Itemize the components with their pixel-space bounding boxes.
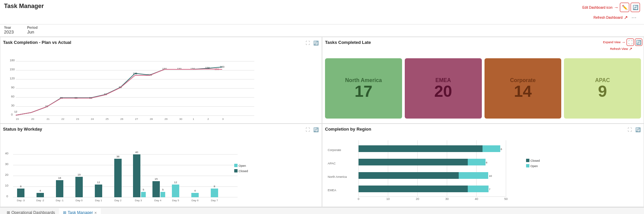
tasks-late-controls-area: Expand View → ⛶ 🔄 Refresh View ↗ — [603, 39, 642, 51]
year-label: Year — [4, 26, 14, 29]
bar-day-m3-closed — [17, 189, 24, 197]
status-by-workday-panel: Status by Workday ⛶ 🔄 0 10 20 30 40 — [0, 124, 322, 207]
svg-text:19: 19 — [16, 118, 19, 121]
completion-by-region-panel: Completion by Region ⛶ 🔄 Corporate APAC … — [322, 124, 644, 207]
svg-text:20: 20 — [5, 173, 8, 176]
svg-text:30: 30 — [5, 162, 8, 166]
year-filter: Year 2023 — [4, 26, 14, 34]
edit-arrow-icon: → — [614, 5, 619, 10]
svg-text:Day 0: Day 0 — [76, 199, 83, 202]
tab-close-button[interactable]: ✕ — [94, 211, 97, 214]
edit-dashboard-button[interactable]: ✏️ — [620, 3, 629, 12]
region-card-north-america[interactable]: North America 17 — [325, 58, 402, 119]
bar-emea-open — [468, 186, 489, 192]
svg-text:4: 4 — [194, 189, 196, 192]
tasks-late-refresh-button[interactable]: 🔄 — [635, 39, 642, 46]
emea-label: EMEA — [436, 77, 451, 83]
svg-text:Closed: Closed — [239, 169, 248, 173]
refresh-dashboard-button[interactable]: 🔄 — [631, 3, 640, 12]
svg-text:12: 12 — [174, 181, 177, 184]
svg-rect-113 — [526, 159, 529, 162]
tab-task-manager[interactable]: ⊞ Task Manager ✕ — [59, 208, 101, 214]
svg-text:Day 7: Day 7 — [211, 199, 218, 202]
refresh-view-label: Refresh View — [610, 47, 628, 51]
svg-text:6: 6 — [486, 161, 488, 164]
svg-text:Day -3: Day -3 — [17, 199, 25, 202]
svg-text:Day 6: Day 6 — [192, 199, 199, 202]
period-label: Period — [27, 26, 38, 29]
svg-text:150: 150 — [177, 67, 182, 70]
svg-text:60: 60 — [11, 95, 14, 98]
completion-by-region-title: Completion by Region — [325, 127, 641, 132]
tab-task-icon: ⊞ — [63, 210, 66, 214]
north-america-label: North America — [345, 77, 382, 83]
main-grid: Task Completion - Plan vs Actual ⛶ 🔄 0 3… — [0, 37, 644, 207]
svg-text:3: 3 — [222, 118, 224, 121]
region-card-emea[interactable]: EMEA 20 — [405, 58, 482, 119]
filters-row: Year 2023 Period Jun — [0, 24, 644, 37]
svg-text:27: 27 — [135, 118, 138, 121]
tasks-late-expand-button[interactable]: ⛶ — [627, 39, 634, 46]
svg-text:7: 7 — [489, 188, 491, 191]
tasks-completed-late-panel: Tasks Completed Late Expand View → ⛶ 🔄 R… — [322, 37, 644, 124]
more-options-button[interactable]: ··· — [629, 13, 639, 22]
svg-text:50: 50 — [504, 197, 508, 201]
header-annotations: Edit Dashboard icon → ✏️ 🔄 Refresh Dashb… — [582, 3, 640, 23]
svg-text:Day 1: Day 1 — [95, 199, 102, 202]
expand-row: Expand View → ⛶ 🔄 — [603, 39, 642, 46]
tab-operational-icon: ⊞ — [7, 210, 10, 214]
period-value: Jun — [27, 29, 38, 34]
refresh-arrow-icon: ↗ — [624, 15, 628, 20]
bar-day-4-closed — [152, 181, 160, 197]
expand-arrow-icon: → — [622, 40, 626, 45]
workday-expand-button[interactable]: ⛶ — [304, 126, 311, 133]
region-chart: Corporate APAC North America EMEA 0 10 2… — [325, 134, 627, 204]
svg-text:40: 40 — [135, 151, 138, 154]
bar-day-3-closed — [133, 154, 140, 197]
apac-label: APAC — [595, 77, 610, 83]
svg-text:26: 26 — [120, 118, 123, 121]
svg-text:180: 180 — [10, 59, 15, 62]
region-card-apac[interactable]: APAC 9 — [564, 58, 641, 119]
svg-text:12: 12 — [97, 181, 100, 184]
svg-text:Open: Open — [530, 164, 538, 168]
refresh-dashboard-label: Refresh Dashboard — [593, 16, 623, 19]
svg-text:12: 12 — [14, 110, 17, 113]
svg-text:Day 5: Day 5 — [172, 199, 179, 202]
workday-refresh-button[interactable]: 🔄 — [312, 126, 320, 133]
north-america-value: 17 — [355, 83, 372, 99]
app-title: Task Manager — [4, 3, 44, 10]
tab-task-label: Task Manager — [68, 210, 93, 214]
task-completion-refresh-button[interactable]: 🔄 — [312, 39, 320, 47]
svg-text:5: 5 — [162, 188, 164, 191]
svg-text:20: 20 — [416, 197, 419, 201]
workday-chart: 0 10 20 30 40 8 Day -3 4 — [3, 134, 254, 204]
svg-text:0: 0 — [6, 195, 8, 198]
svg-text:15: 15 — [155, 177, 158, 181]
region-refresh-button[interactable]: 🔄 — [634, 126, 642, 133]
svg-text:Day 3: Day 3 — [135, 199, 142, 202]
svg-text:19: 19 — [78, 173, 81, 176]
svg-text:Open: Open — [239, 164, 246, 167]
header: Task Manager Edit Dashboard icon → ✏️ 🔄 … — [0, 0, 644, 24]
svg-text:EMEA: EMEA — [328, 189, 336, 192]
apac-value: 9 — [598, 83, 607, 99]
svg-text:Day -2: Day -2 — [36, 199, 44, 202]
edit-annotation-row: Edit Dashboard icon → ✏️ 🔄 — [582, 3, 640, 12]
refresh-view-row: Refresh View ↗ — [610, 47, 642, 51]
svg-text:Closed: Closed — [530, 159, 540, 162]
svg-text:36: 36 — [117, 155, 120, 158]
svg-text:0: 0 — [358, 197, 359, 201]
svg-text:4: 4 — [40, 189, 41, 192]
region-card-corporate[interactable]: Corporate 14 — [485, 58, 562, 119]
svg-text:Day -1: Day -1 — [56, 199, 64, 202]
region-controls: ⛶ 🔄 — [626, 126, 642, 133]
task-completion-controls: ⛶ 🔄 — [304, 39, 320, 47]
tab-operational-dashboards[interactable]: ⊞ Operational Dashboards — [3, 208, 59, 214]
region-expand-button[interactable]: ⛶ — [626, 126, 633, 133]
task-completion-expand-button[interactable]: ⛶ — [304, 39, 311, 47]
svg-rect-115 — [526, 164, 529, 167]
svg-text:25: 25 — [106, 118, 109, 121]
task-completion-title: Task Completion - Plan vs Actual — [3, 40, 319, 45]
bar-day-m1-closed — [56, 180, 63, 197]
